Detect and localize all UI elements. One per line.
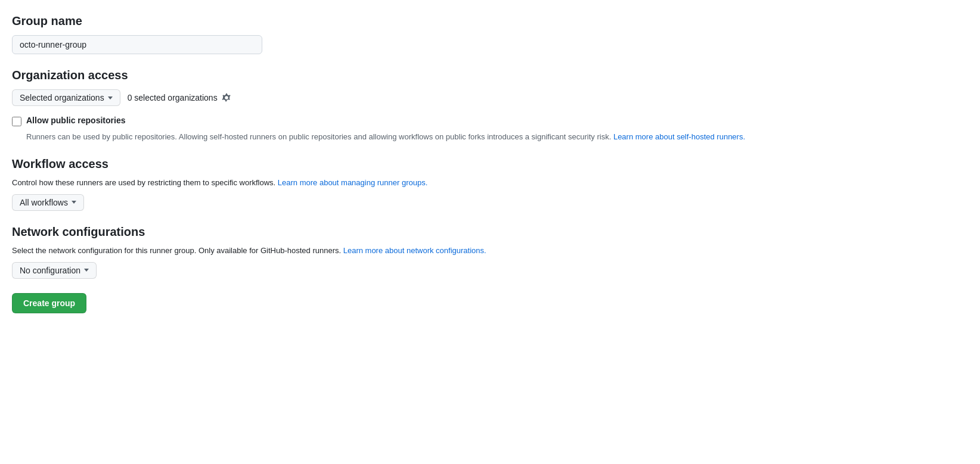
all-workflows-dropdown[interactable]: All workflows [12, 194, 84, 211]
selected-organizations-dropdown[interactable]: Selected organizations [12, 89, 120, 106]
network-configurations-description: Select the network configuration for thi… [12, 246, 968, 255]
selected-count-container: 0 selected organizations [128, 92, 232, 103]
group-name-section: Group name [12, 14, 968, 54]
group-name-label: Group name [12, 14, 968, 28]
workflow-access-description: Control how these runners are used by re… [12, 178, 968, 187]
workflow-access-section: Workflow access Control how these runner… [12, 157, 968, 211]
selected-organizations-label: Selected organizations [20, 93, 104, 102]
learn-more-network-link[interactable]: Learn more about network configurations. [343, 246, 486, 255]
learn-more-self-hosted-link[interactable]: Learn more about self-hosted runners. [613, 132, 745, 141]
workflow-access-label: Workflow access [12, 157, 968, 171]
chevron-down-icon [108, 96, 113, 99]
organization-access-label: Organization access [12, 68, 968, 82]
gear-icon[interactable] [221, 92, 232, 103]
no-configuration-label: No configuration [20, 266, 80, 275]
network-configurations-section: Network configurations Select the networ… [12, 225, 968, 279]
network-configurations-label: Network configurations [12, 225, 968, 239]
org-access-row: Selected organizations 0 selected organi… [12, 89, 968, 106]
create-group-section: Create group [12, 293, 968, 313]
chevron-down-icon [72, 201, 76, 204]
allow-public-label[interactable]: Allow public repositories [26, 116, 125, 125]
no-configuration-dropdown[interactable]: No configuration [12, 262, 97, 279]
selected-count-text: 0 selected organizations [128, 93, 218, 102]
all-workflows-label: All workflows [20, 198, 68, 207]
group-name-input[interactable] [12, 35, 262, 54]
allow-public-row: Allow public repositories [12, 116, 968, 126]
create-group-button[interactable]: Create group [12, 293, 86, 313]
organization-access-section: Organization access Selected organizatio… [12, 68, 968, 143]
learn-more-runner-groups-link[interactable]: Learn more about managing runner groups. [278, 178, 428, 187]
allow-public-description: Runners can be used by public repositori… [26, 131, 968, 143]
chevron-down-icon [84, 269, 89, 272]
allow-public-checkbox[interactable] [12, 117, 21, 126]
